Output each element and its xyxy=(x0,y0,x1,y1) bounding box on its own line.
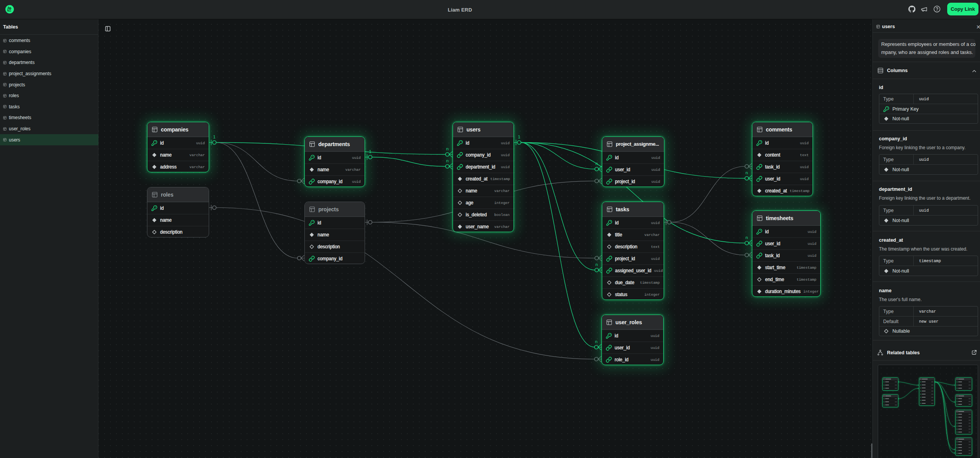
svg-text:n: n xyxy=(446,158,448,163)
svg-text:n: n xyxy=(595,339,597,344)
svg-text:n: n xyxy=(745,235,748,240)
svg-text:n: n xyxy=(446,146,448,151)
svg-text:1: 1 xyxy=(518,135,520,139)
svg-text:1: 1 xyxy=(369,149,371,154)
svg-text:n: n xyxy=(595,161,598,166)
svg-text:1: 1 xyxy=(213,135,215,139)
svg-text:n: n xyxy=(745,170,748,175)
svg-text:n: n xyxy=(595,262,598,267)
